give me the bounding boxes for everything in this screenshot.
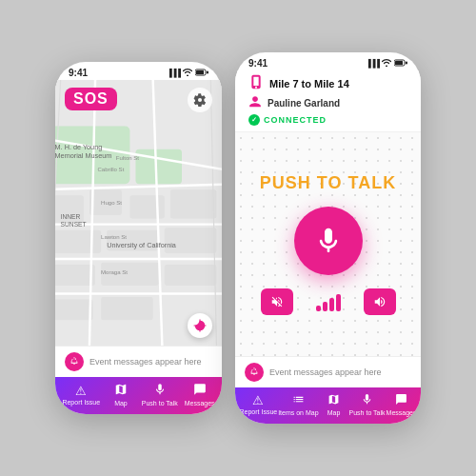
ptt-label: PUSH TO TALK <box>260 173 396 193</box>
status-icons-left: ▐▐▐ <box>167 69 208 78</box>
nav-label: Report Issue <box>62 399 100 406</box>
phones-container: 9:41 ▐▐▐ <box>55 52 421 424</box>
connected-indicator <box>248 114 260 126</box>
status-bar-right: 9:41 ▐▐▐ <box>235 52 421 70</box>
settings-button[interactable] <box>188 88 212 112</box>
right-phone: 9:41 ▐▐▐ Mile 7 to Mile 14 <box>235 52 421 424</box>
ptt-button[interactable] <box>294 207 363 275</box>
svg-text:Cabrillo St: Cabrillo St <box>97 167 124 172</box>
person-row: Pauline Garland <box>248 95 407 111</box>
items-icon <box>292 393 305 407</box>
sos-button[interactable]: SOS <box>65 88 117 110</box>
warning-icon: ⚠ <box>75 385 87 397</box>
nav-report-issue[interactable]: ⚠ Report Issue <box>62 385 100 406</box>
svg-text:Lawton St: Lawton St <box>101 234 127 240</box>
event-bar-left: Event messages appear here <box>55 346 222 377</box>
time-left: 9:41 <box>69 68 88 78</box>
nav-items-on-map[interactable]: Items on Map <box>278 393 318 416</box>
right-header: Mile 7 to Mile 14 Pauline Garland CONNEC… <box>235 70 421 132</box>
event-text-right: Event messages appear here <box>269 367 382 377</box>
svg-rect-10 <box>55 230 101 253</box>
connected-text: CONNECTED <box>264 115 327 125</box>
walkie-talkie-icon <box>248 74 264 92</box>
svg-rect-17 <box>101 297 153 320</box>
nav-label: Items on Map <box>278 409 318 416</box>
nav-label: Push to Talk <box>142 400 178 407</box>
map-icon <box>114 383 128 398</box>
nav-report-issue-right[interactable]: ⚠ Report Issue <box>239 394 277 415</box>
nav-label: Report Issue <box>239 408 277 415</box>
person-name: Pauline Garland <box>268 98 340 109</box>
wifi-icon-right <box>382 59 391 69</box>
nav-label: Messages <box>387 409 417 416</box>
svg-text:Fulton St: Fulton St <box>116 155 140 161</box>
bottom-nav-left: ⚠ Report Issue Map Push to Talk Message <box>55 377 222 414</box>
messages-icon <box>193 383 207 398</box>
connected-badge: CONNECTED <box>248 114 407 126</box>
svg-rect-13 <box>55 265 95 286</box>
signal-bars <box>316 292 341 311</box>
nav-push-to-talk[interactable]: Push to Talk <box>142 383 178 407</box>
event-icon-left <box>65 352 84 371</box>
svg-rect-5 <box>135 149 182 184</box>
mic-icon <box>153 383 167 398</box>
ptt-icon-right <box>361 393 373 407</box>
nav-map[interactable]: Map <box>107 383 135 407</box>
route-text: Mile 7 to Mile 14 <box>269 78 349 89</box>
svg-rect-1 <box>196 70 204 74</box>
signal-bar-3 <box>329 298 334 311</box>
messages-icon-right <box>395 393 407 407</box>
nav-label: Map <box>114 400 128 407</box>
svg-rect-9 <box>170 189 217 218</box>
wifi-icon-left <box>183 69 192 78</box>
svg-rect-16 <box>55 299 93 320</box>
event-text-left: Event messages appear here <box>89 357 202 367</box>
nav-map-right[interactable]: Map <box>320 393 348 416</box>
battery-icon-right <box>394 59 407 69</box>
signal-bar-2 <box>323 302 327 311</box>
status-icons-right: ▐▐▐ <box>366 59 407 69</box>
nav-messages[interactable]: Messages <box>185 383 215 407</box>
signal-icon-left: ▐▐▐ <box>167 69 180 77</box>
time-right: 9:41 <box>248 58 268 69</box>
event-icon-right <box>245 363 264 382</box>
svg-rect-2 <box>207 70 208 73</box>
nav-label: Map <box>327 409 341 416</box>
svg-text:INNER: INNER <box>61 213 81 220</box>
svg-text:University of California: University of California <box>107 241 177 249</box>
svg-text:Memorial Museum: Memorial Museum <box>55 151 111 160</box>
left-phone: 9:41 ▐▐▐ <box>55 62 222 414</box>
volume-button[interactable] <box>364 288 396 315</box>
bottom-nav-right: ⚠ Report Issue Items on Map Map Push to <box>235 387 421 424</box>
nav-label: Push to Talk <box>349 409 386 416</box>
map-area: M. H. de Young Memorial Museum Universit… <box>55 80 222 346</box>
battery-icon-left <box>195 69 208 78</box>
ptt-area: PUSH TO TALK <box>235 132 421 356</box>
svg-text:Moraga St: Moraga St <box>101 269 128 275</box>
svg-text:Hugo St: Hugo St <box>101 200 122 206</box>
route-row: Mile 7 to Mile 14 <box>248 74 407 92</box>
status-bar-left: 9:41 ▐▐▐ <box>55 62 222 80</box>
svg-rect-15 <box>165 265 217 286</box>
svg-text:M. H. de Young: M. H. de Young <box>55 143 102 151</box>
event-bar-right: Event messages appear here <box>235 356 421 387</box>
nav-messages-right[interactable]: Messages <box>387 393 417 416</box>
warning-icon-right: ⚠ <box>252 394 264 407</box>
mute-button[interactable] <box>261 288 293 315</box>
nav-ptt-right[interactable]: Push to Talk <box>349 393 386 416</box>
svg-rect-8 <box>129 195 164 218</box>
nav-label: Messages <box>185 400 215 407</box>
map-icon-right <box>327 393 340 407</box>
signal-bar-1 <box>316 306 321 311</box>
signal-icon-right: ▐▐▐ <box>366 59 379 68</box>
person-icon <box>248 95 262 111</box>
ptt-controls <box>261 288 396 315</box>
locate-button[interactable] <box>188 313 212 338</box>
svg-rect-39 <box>406 61 407 64</box>
svg-rect-38 <box>395 61 403 65</box>
svg-text:SUNSET: SUNSET <box>61 221 87 228</box>
signal-bar-4 <box>336 294 341 311</box>
